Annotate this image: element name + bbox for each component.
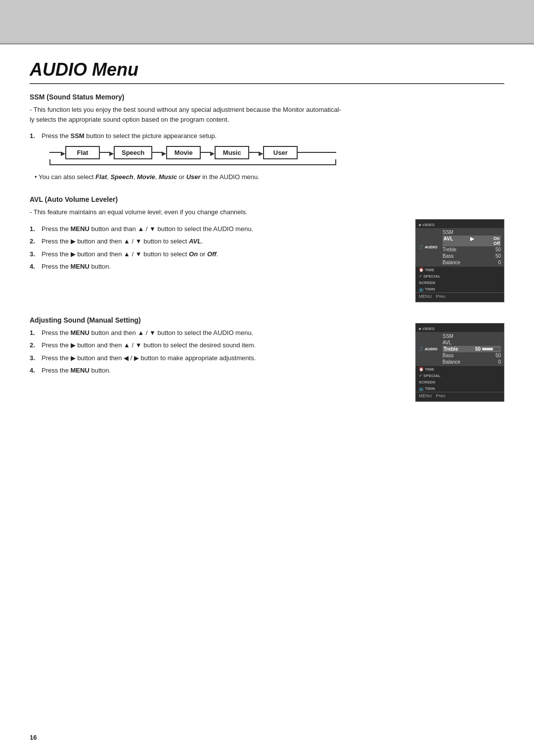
avl-menu-video-label: ■ VIDEO — [419, 223, 441, 227]
page-title: AUDIO Menu — [30, 59, 504, 80]
avl-step-4: 4. Press the MENU button. — [30, 262, 405, 272]
adj-step-1: 1. Press the MENU button and then ▲ / ▼ … — [30, 328, 405, 338]
avl-menu-special-label: ✓ SPECIAL — [419, 274, 441, 279]
adj-menu-special-row: ✓ SPECIAL — [416, 373, 504, 379]
avl-menu-mockup: ■ VIDEO 🎵 AUDIO SSM AVL▶OnOff Treble50 B… — [415, 219, 504, 302]
avl-menu-audio-label: 🎵 AUDIO — [419, 245, 441, 249]
adj-menu-footer: MENU Prev. — [416, 392, 504, 399]
adj-menu-video-label: ■ VIDEO — [419, 327, 441, 331]
ssm-flow-diagram: ▶ Flat ▶ Speech ▶ — [49, 146, 336, 165]
ssm-bullet-note: You can also select Flat, Speech, Movie,… — [35, 172, 504, 182]
avl-menu-item-bass: Bass50 — [443, 253, 501, 259]
adj-menu-item-treble: Treble 50 — [443, 346, 501, 352]
adj-menu-item-avl: AVL — [443, 339, 501, 346]
flow-box-flat: Flat — [65, 146, 100, 159]
avl-menu-item-balance: Balance0 — [443, 259, 501, 266]
adj-content-row: 1. Press the MENU button and then ▲ / ▼ … — [30, 328, 504, 402]
avl-menu-item-ssm: SSM — [443, 229, 501, 236]
ssm-section: SSM (Sound Status Memory) - This functio… — [30, 93, 504, 182]
ssm-step1-bold: SSM — [71, 132, 85, 140]
flow-start-arrow: ▶ — [49, 152, 61, 153]
avl-menu-video-row: ■ VIDEO — [416, 222, 504, 228]
avl-content-row: 1. Press the MENU button and than ▲ / ▼ … — [30, 224, 504, 302]
avl-menu-footer: MENU Prev. — [416, 292, 504, 300]
avl-step-1: 1. Press the MENU button and than ▲ / ▼ … — [30, 224, 405, 234]
ssm-description: - This function lets you enjoy the best … — [30, 105, 504, 124]
avl-menu-time-label: ⏰ TIME — [419, 268, 441, 272]
avl-menu-item-avl: AVL▶OnOff — [443, 236, 501, 246]
flow-box-speech: Speech — [114, 146, 152, 159]
title-divider — [30, 83, 504, 84]
avl-menu-special-row: ✓ SPECIAL — [416, 273, 504, 280]
adj-menu-time-row: ⏰ TIME — [416, 366, 504, 373]
avl-step-2: 2. Press the ▶ button and then ▲ / ▼ but… — [30, 236, 405, 246]
avl-menu-item-treble: Treble50 — [443, 246, 501, 253]
adj-menu-audio-row: 🎵 AUDIO SSM AVL Treble 50 — [416, 332, 504, 366]
adj-menu-special-label: ✓ SPECIAL — [419, 374, 441, 378]
adj-menu-item-ssm: SSM — [443, 333, 501, 339]
avl-menu-twin-label: 📺 TWIN — [419, 287, 441, 291]
flow-trailing-line — [298, 152, 336, 153]
adj-section: Adjusting Sound (Manual Setting) 1. Pres… — [30, 316, 504, 402]
avl-menu-screen-label: SCREEN — [419, 281, 441, 285]
adj-menu-screen-row: SCREEN — [416, 379, 504, 385]
top-decorative-bar — [0, 0, 534, 45]
adj-menu-video-row: ■ VIDEO — [416, 326, 504, 332]
avl-menu-time-row: ⏰ TIME — [416, 267, 504, 273]
adj-menu-item-balance: Balance0 — [443, 359, 501, 365]
adj-menu-mockup: ■ VIDEO 🎵 AUDIO SSM AVL Treble 50 — [415, 323, 504, 402]
adj-menu-item-bass: Bass50 — [443, 352, 501, 359]
avl-desc: - This feature maintains an equal volume… — [30, 207, 504, 217]
flow-box-user: User — [263, 146, 298, 159]
ssm-flow-top-row: ▶ Flat ▶ Speech ▶ — [49, 146, 336, 159]
adj-step-3: 3. Press the ▶ button and then ◀ / ▶ but… — [30, 353, 405, 363]
avl-menu-audio-row: 🎵 AUDIO SSM AVL▶OnOff Treble50 Bass50 Ba… — [416, 228, 504, 267]
ssm-step1: 1. Press the SSM button to select the pi… — [30, 131, 504, 141]
avl-section: AVL (Auto Volume Leveler) - This feature… — [30, 195, 504, 302]
adj-menu-audio-label: 🎵 AUDIO — [419, 347, 441, 351]
flow-return-line — [49, 159, 336, 165]
avl-step-3: 3. Press the ▶ button and then ▲ / ▼ but… — [30, 249, 405, 259]
avl-menu-twin-row: 📺 TWIN — [416, 286, 504, 292]
flow-box-movie: Movie — [166, 146, 201, 159]
flow-box-music: Music — [215, 146, 249, 159]
page-number: 16 — [30, 734, 37, 741]
adj-menu-screen-label: SCREEN — [419, 380, 441, 384]
adj-menu-twin-row: 📺 TWIN — [416, 385, 504, 392]
avl-steps-container: 1. Press the MENU button and than ▲ / ▼ … — [30, 224, 405, 275]
avl-heading: AVL (Auto Volume Leveler) — [30, 195, 504, 203]
avl-menu-screen-row: SCREEN — [416, 280, 504, 286]
adj-steps-container: 1. Press the MENU button and then ▲ / ▼ … — [30, 328, 405, 378]
adj-menu-twin-label: 📺 TWIN — [419, 386, 441, 391]
adj-step-2: 2. Press the ▶ button and then ▲ / ▼ but… — [30, 340, 405, 350]
ssm-heading: SSM (Sound Status Memory) — [30, 93, 504, 101]
adj-step-4: 4. Press the MENU button. — [30, 366, 405, 376]
adj-menu-time-label: ⏰ TIME — [419, 367, 441, 372]
